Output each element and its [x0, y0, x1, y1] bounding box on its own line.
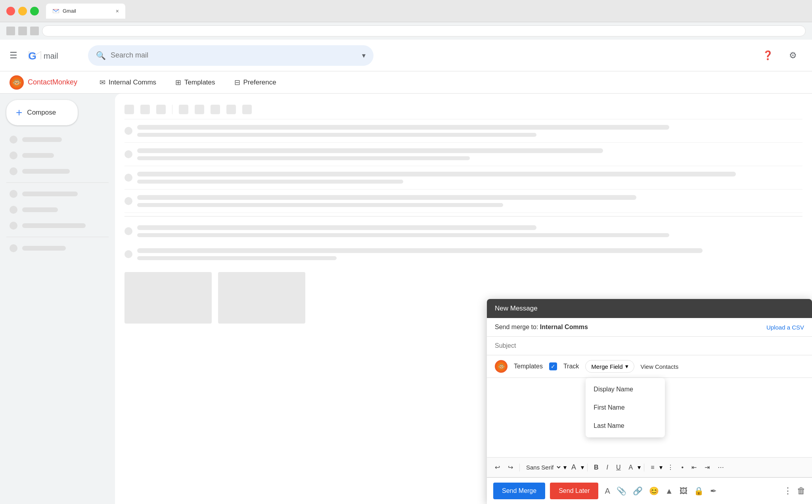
- skeleton-line: [137, 225, 536, 230]
- upload-csv-button[interactable]: Upload a CSV: [766, 324, 804, 331]
- redo-button[interactable]: ↪: [505, 461, 516, 473]
- italic-button[interactable]: I: [603, 462, 611, 473]
- nav-item-preference[interactable]: ⊟ Preference: [225, 71, 286, 94]
- sidebar-skeleton-5: [0, 202, 115, 218]
- merge-field-button[interactable]: Merge Field ▾ Display Name First Name La…: [585, 360, 634, 373]
- maximize-window-button[interactable]: [30, 7, 39, 15]
- skeleton-line: [22, 169, 70, 174]
- contactmonkey-logo-sm: 🐵: [495, 360, 508, 373]
- internal-comms-icon: ✉: [100, 78, 105, 87]
- skeleton-circle: [10, 222, 17, 230]
- skeleton-line: [137, 156, 470, 160]
- sidebar-skeleton-2: [0, 148, 115, 163]
- merge-dropdown-item-display-name[interactable]: Display Name: [586, 380, 665, 399]
- signature-icon[interactable]: ✒: [710, 486, 717, 496]
- nav-back-button[interactable]: [6, 27, 15, 35]
- sk-email-lines: [137, 195, 802, 207]
- skeleton-line: [137, 125, 669, 130]
- nav-forward-button[interactable]: [18, 27, 27, 35]
- help-icon: ❓: [762, 50, 773, 61]
- nav-refresh-button[interactable]: [30, 27, 39, 35]
- subject-input[interactable]: [495, 342, 804, 349]
- sk-email-row: [124, 220, 802, 243]
- header-right: ❓ ⚙: [758, 46, 802, 65]
- font-family-select[interactable]: Sans Serif: [523, 462, 562, 473]
- indent-less-button[interactable]: ⇤: [688, 461, 700, 473]
- bulleted-list-button[interactable]: •: [678, 462, 687, 473]
- templates-button[interactable]: Templates: [514, 363, 543, 370]
- skeleton-block: [242, 105, 252, 114]
- skeleton-block: [179, 105, 188, 114]
- search-input[interactable]: [111, 51, 357, 59]
- nav-item-templates[interactable]: ⊞ Templates: [166, 71, 224, 94]
- font-size-button[interactable]: A: [568, 461, 579, 474]
- minimize-window-button[interactable]: [18, 7, 27, 15]
- numbered-list-button[interactable]: ⋮: [664, 461, 677, 473]
- sk-email-lines: [137, 225, 802, 237]
- skeleton-line: [137, 256, 337, 260]
- gmail-m-icon: G: [27, 48, 43, 63]
- new-message-dialog: New Message Send merge to: Internal Comm…: [487, 299, 812, 504]
- sk-email-lines: [137, 148, 802, 160]
- send-merge-button[interactable]: Send Merge: [493, 483, 545, 499]
- sk-email-lines: [137, 125, 802, 137]
- search-dropdown-icon[interactable]: ▾: [362, 51, 366, 60]
- send-later-button[interactable]: Send Later: [550, 483, 598, 499]
- text-color-button[interactable]: A: [626, 462, 636, 473]
- sidebar-skeleton-4: [0, 186, 115, 202]
- skeleton-block: [195, 105, 204, 114]
- align-button[interactable]: ≡: [647, 462, 657, 473]
- more-format-button[interactable]: ⋯: [714, 461, 727, 473]
- merge-field-chevron-icon: ▾: [625, 363, 628, 370]
- skeleton-circle-sm: [124, 174, 132, 182]
- delete-draft-button[interactable]: 🗑: [797, 486, 806, 496]
- drive-icon[interactable]: ▲: [665, 487, 673, 496]
- skeleton-circle-sm: [124, 150, 132, 158]
- lock-icon[interactable]: 🔒: [694, 486, 704, 496]
- skeleton-circle-sm: [124, 127, 132, 135]
- compose-toolbar: 🐵 Templates ✓ Track Merge Field ▾ Displa…: [487, 355, 812, 378]
- search-bar[interactable]: 🔍 ▾: [88, 45, 373, 66]
- tab-bar: Gmail ×: [46, 4, 806, 19]
- sidebar-skeleton-3: [0, 163, 115, 179]
- settings-button[interactable]: ⚙: [783, 46, 802, 65]
- skeleton-divider: [172, 105, 172, 114]
- merge-dropdown-item-first-name[interactable]: First Name: [586, 399, 665, 417]
- nav-item-internal-comms[interactable]: ✉ Internal Comms: [90, 71, 166, 94]
- send-merge-to-row: Send merge to: Internal Comms Upload a C…: [487, 318, 812, 337]
- sk-email-row: [124, 190, 802, 213]
- send-merge-to-value: Internal Comms: [540, 324, 588, 331]
- skeleton-line: [22, 207, 58, 212]
- view-contacts-button[interactable]: View Contacts: [641, 363, 679, 370]
- undo-button[interactable]: ↩: [492, 461, 503, 473]
- address-bar[interactable]: [42, 25, 806, 36]
- skeleton-line: [22, 137, 62, 142]
- skeleton-block: [226, 105, 236, 114]
- close-window-button[interactable]: [6, 7, 15, 15]
- bold-button[interactable]: B: [591, 462, 602, 473]
- emoji-icon[interactable]: 😊: [649, 486, 659, 496]
- skeleton-block: [140, 105, 150, 114]
- compose-button[interactable]: + Compose: [6, 100, 78, 125]
- skeleton-rows: [115, 94, 812, 330]
- insert-photo-icon[interactable]: 🖼: [680, 487, 688, 496]
- tab-close-button[interactable]: ×: [116, 8, 119, 14]
- skeleton-line: [137, 233, 669, 237]
- hamburger-menu-button[interactable]: ☰: [10, 50, 17, 61]
- merge-dropdown-item-last-name[interactable]: Last Name: [586, 417, 665, 435]
- attach-file-icon[interactable]: 📎: [617, 486, 626, 496]
- sidebar-divider: [6, 182, 109, 183]
- more-options-button[interactable]: ⋮: [783, 486, 792, 496]
- insert-link-icon[interactable]: 🔗: [633, 486, 643, 496]
- underline-button[interactable]: U: [613, 462, 624, 473]
- skeleton-circle-sm: [124, 250, 132, 258]
- browser-tab[interactable]: Gmail ×: [46, 4, 125, 19]
- sk-email-lines: [137, 248, 802, 260]
- skeleton-circle: [10, 167, 17, 175]
- track-checkbox[interactable]: ✓: [549, 362, 557, 370]
- track-label: Track: [563, 363, 579, 370]
- text-format-icon[interactable]: A: [605, 487, 610, 496]
- help-button[interactable]: ❓: [758, 46, 777, 65]
- nav-label-templates: Templates: [184, 79, 215, 86]
- indent-more-button[interactable]: ⇥: [701, 461, 713, 473]
